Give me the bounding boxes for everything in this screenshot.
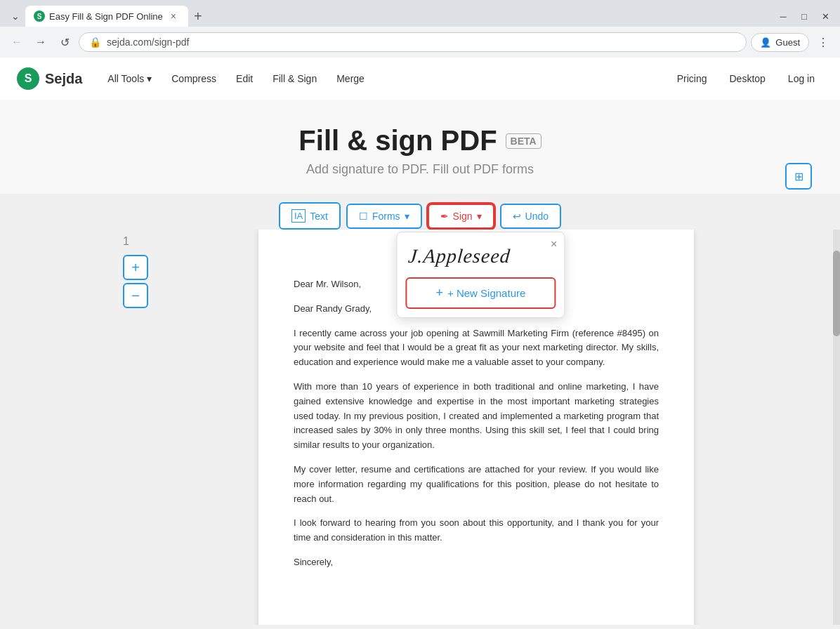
close-button[interactable]: ✕ bbox=[816, 7, 834, 25]
nav-right: Pricing Desktop Log in bbox=[669, 67, 823, 90]
nav-all-tools-label: All Tools bbox=[107, 73, 144, 84]
profile-icon: 👤 bbox=[760, 37, 771, 48]
hero-section: Fill & sign PDF BETA Add signature to PD… bbox=[0, 100, 840, 194]
text-icon: IA bbox=[291, 209, 306, 223]
forms-chevron-icon: ▾ bbox=[405, 211, 409, 222]
browser-chrome: ⌄ S Easy Fill & Sign PDF Online × + ─ □ … bbox=[0, 0, 840, 27]
browser-tab[interactable]: S Easy Fill & Sign PDF Online × bbox=[25, 6, 188, 27]
tab-close-button[interactable]: × bbox=[167, 10, 180, 22]
nav-pricing[interactable]: Pricing bbox=[669, 67, 716, 90]
reload-button[interactable]: ↺ bbox=[55, 32, 74, 52]
lock-icon: 🔒 bbox=[89, 37, 101, 48]
signature-text: J.Appleseed bbox=[407, 245, 511, 267]
nav-links: All Tools ▾ Compress Edit Fill & Sign Me… bbox=[99, 67, 373, 90]
grid-icon: ⊞ bbox=[794, 170, 803, 183]
grid-view-button[interactable]: ⊞ bbox=[785, 163, 812, 190]
doc-para-3: My cover letter, resume and certificatio… bbox=[294, 463, 659, 506]
browser-toolbar: ← → ↺ 🔒 sejda.com/sign-pdf 👤 Guest ⋮ bbox=[0, 27, 840, 58]
zoom-out-button[interactable]: − bbox=[123, 283, 148, 308]
nav-compress[interactable]: Compress bbox=[163, 67, 225, 90]
sejda-logo-icon: S bbox=[17, 67, 39, 90]
doc-para-2: With more than 10 years of experience in… bbox=[294, 380, 659, 453]
window-controls: ─ □ ✕ bbox=[774, 7, 834, 25]
tab-favicon: S bbox=[34, 11, 45, 22]
doc-closing: Sincerely, bbox=[294, 555, 659, 570]
nav-desktop[interactable]: Desktop bbox=[721, 67, 773, 90]
undo-tool-button[interactable]: ↩ Undo bbox=[500, 204, 561, 229]
sign-tool-button[interactable]: ✒ Sign ▾ bbox=[428, 204, 494, 229]
zoom-in-button[interactable]: + bbox=[123, 255, 148, 280]
toolbar-area: IA Text ☐ Forms ▾ ✒ Sign ▾ ↩ Undo ⊞ bbox=[0, 194, 840, 230]
undo-icon: ↩ bbox=[513, 211, 521, 222]
text-tool-button[interactable]: IA Text bbox=[279, 202, 341, 230]
sign-chevron-icon: ▾ bbox=[477, 211, 482, 222]
nav-merge[interactable]: Merge bbox=[328, 67, 373, 90]
beta-badge: BETA bbox=[506, 133, 542, 149]
nav-fill-sign[interactable]: Fill & Sign bbox=[264, 67, 325, 90]
new-tab-button[interactable]: + bbox=[188, 6, 208, 26]
address-bar[interactable]: 🔒 sejda.com/sign-pdf bbox=[79, 32, 747, 52]
undo-tool-label: Undo bbox=[525, 211, 549, 222]
page-number: 1 bbox=[123, 235, 129, 248]
plus-icon: + bbox=[435, 286, 443, 300]
tab-switcher[interactable]: ⌄ bbox=[6, 6, 25, 26]
forms-icon: ☐ bbox=[359, 211, 368, 222]
guest-label: Guest bbox=[775, 37, 800, 48]
guest-button[interactable]: 👤 Guest bbox=[751, 33, 809, 52]
new-signature-label: + New Signature bbox=[447, 287, 525, 299]
hero-title: Fill & sign PDF BETA bbox=[0, 125, 840, 157]
toolbar-container: IA Text ☐ Forms ▾ ✒ Sign ▾ ↩ Undo ⊞ bbox=[0, 194, 840, 230]
maximize-button[interactable]: □ bbox=[795, 7, 813, 25]
nav-login[interactable]: Log in bbox=[780, 67, 823, 90]
forward-button[interactable]: → bbox=[31, 32, 51, 52]
browser-menu-button[interactable]: ⋮ bbox=[813, 32, 833, 52]
url-text: sejda.com/sign-pdf bbox=[107, 37, 190, 48]
forms-tool-button[interactable]: ☐ Forms ▾ bbox=[346, 204, 422, 229]
chevron-down-icon: ▾ bbox=[147, 73, 152, 84]
scrollbar-thumb bbox=[833, 251, 840, 336]
sejda-brand-name: Sejda bbox=[45, 71, 82, 87]
sejda-logo[interactable]: S Sejda bbox=[17, 67, 82, 90]
page-content: S Sejda All Tools ▾ Compress Edit Fill &… bbox=[0, 58, 840, 625]
hero-subtitle: Add signature to PDF. Fill out PDF forms bbox=[0, 162, 840, 177]
nav-edit[interactable]: Edit bbox=[228, 67, 261, 90]
doc-para-4: I look forward to hearing from you soon … bbox=[294, 516, 659, 545]
sign-icon: ✒ bbox=[440, 211, 449, 222]
nav-all-tools[interactable]: All Tools ▾ bbox=[99, 67, 160, 90]
zoom-controls: + − bbox=[123, 255, 148, 308]
sign-popup-close-button[interactable]: × bbox=[551, 238, 557, 251]
sign-popup: × J.Appleseed + + New Signature bbox=[396, 232, 565, 318]
new-signature-button[interactable]: + + New Signature bbox=[405, 277, 556, 309]
sign-tool-label: Sign bbox=[453, 211, 473, 222]
text-tool-label: Text bbox=[310, 211, 328, 222]
tab-title: Easy Fill & Sign PDF Online bbox=[49, 11, 163, 22]
back-button[interactable]: ← bbox=[7, 32, 27, 52]
scrollbar[interactable] bbox=[833, 230, 840, 625]
doc-para-1: I recently came across your job opening … bbox=[294, 326, 659, 370]
signature-item[interactable]: J.Appleseed bbox=[405, 241, 556, 272]
forms-tool-label: Forms bbox=[372, 211, 400, 222]
sejda-navbar: S Sejda All Tools ▾ Compress Edit Fill &… bbox=[0, 58, 840, 100]
minimize-button[interactable]: ─ bbox=[774, 7, 792, 25]
